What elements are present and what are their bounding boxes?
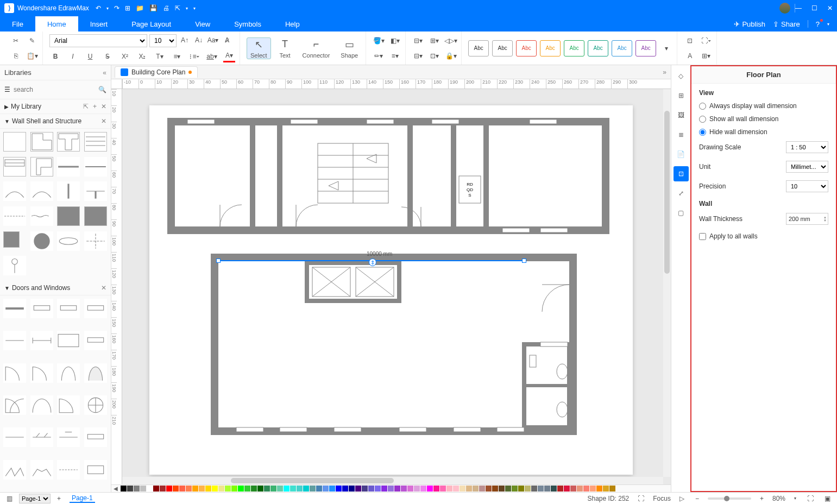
font-family-select[interactable]: Arial — [49, 34, 147, 47]
color-swatch[interactable] — [244, 486, 250, 492]
scrollbar-vertical[interactable] — [663, 89, 671, 477]
color-swatch[interactable] — [355, 486, 361, 492]
menu-home[interactable]: Home — [35, 16, 78, 32]
tool-floorplan-icon[interactable]: ⊡ — [674, 166, 689, 181]
shape-item[interactable] — [84, 363, 107, 383]
fit-page-icon[interactable]: ▣ — [822, 495, 833, 502]
lock-icon[interactable]: 🔒▾ — [445, 50, 457, 62]
color-swatch[interactable] — [310, 486, 316, 492]
shape-item[interactable] — [57, 181, 80, 201]
shape-item[interactable] — [84, 206, 107, 226]
color-swatch[interactable] — [270, 486, 276, 492]
color-swatch[interactable] — [577, 486, 583, 492]
menu-help[interactable]: Help — [273, 16, 312, 32]
shape-item[interactable] — [84, 157, 107, 177]
radio-always-display[interactable]: Always display wall dimension — [699, 102, 828, 110]
style-3[interactable]: Abc — [516, 40, 537, 56]
color-swatch[interactable] — [153, 486, 159, 492]
symbol-icon[interactable]: ⊞▾ — [700, 50, 712, 62]
fill-icon[interactable]: 🪣▾ — [373, 35, 385, 47]
superscript-icon[interactable]: X² — [119, 51, 131, 62]
collapse-icon[interactable]: « — [103, 69, 106, 77]
color-swatch[interactable] — [329, 486, 335, 492]
color-swatch[interactable] — [349, 486, 355, 492]
minimize-icon[interactable]: — — [795, 4, 802, 12]
color-swatch[interactable] — [186, 486, 192, 492]
zoom-slider[interactable] — [708, 497, 751, 500]
shape-item[interactable] — [30, 395, 53, 415]
color-swatch[interactable] — [590, 486, 596, 492]
italic-icon[interactable]: I — [67, 51, 79, 62]
style-5[interactable]: Abc — [564, 40, 584, 56]
shape-item[interactable] — [57, 299, 80, 318]
color-swatch[interactable] — [362, 486, 368, 492]
decrease-font-icon[interactable]: A↓ — [193, 34, 205, 46]
zoom-dropdown-icon[interactable]: ▾ — [792, 496, 798, 501]
color-swatch[interactable] — [538, 486, 544, 492]
shape-item[interactable] — [30, 231, 53, 251]
radio-hide[interactable]: Hide wall dimension — [699, 128, 828, 136]
help-dropdown-icon[interactable]: ▾ — [827, 22, 829, 27]
shape-item[interactable] — [3, 132, 26, 152]
shape-item[interactable] — [3, 363, 26, 383]
tool-fill-icon[interactable]: ◇ — [674, 68, 689, 84]
color-swatch[interactable] — [446, 486, 452, 492]
shape-item[interactable] — [30, 181, 53, 201]
color-swatch[interactable] — [173, 486, 179, 492]
tabs-expand-icon[interactable]: » — [658, 68, 671, 76]
color-swatch[interactable] — [433, 486, 439, 492]
color-swatch[interactable] — [199, 486, 205, 492]
style-8[interactable]: Abc — [635, 40, 656, 56]
color-swatch[interactable] — [127, 486, 133, 492]
style-6[interactable]: Abc — [588, 40, 608, 56]
color-swatch[interactable] — [473, 486, 479, 492]
font-size-select[interactable]: 10 — [149, 34, 177, 47]
increase-font-icon[interactable]: A↑ — [179, 34, 191, 46]
color-swatch[interactable] — [381, 486, 387, 492]
focus-icon[interactable]: ⛶ — [635, 495, 646, 502]
doors-close-icon[interactable]: ✕ — [101, 284, 106, 292]
color-swatch[interactable] — [460, 486, 465, 492]
color-swatch[interactable] — [264, 486, 270, 492]
color-swatch[interactable] — [499, 486, 505, 492]
color-swatch[interactable] — [303, 486, 309, 492]
shape-item[interactable] — [30, 460, 53, 480]
color-swatch[interactable] — [277, 486, 283, 492]
color-swatch[interactable] — [531, 486, 537, 492]
shape-item[interactable] — [30, 427, 53, 447]
change-case-icon[interactable]: Aa▾ — [207, 34, 219, 46]
color-swatch[interactable] — [134, 486, 140, 492]
bold-icon[interactable]: B — [49, 51, 61, 62]
color-swatch[interactable] — [603, 486, 609, 492]
close-icon[interactable]: ✕ — [827, 4, 833, 12]
style-7[interactable]: Abc — [612, 40, 632, 56]
mylib-close-icon[interactable]: ✕ — [101, 103, 106, 110]
subscript-icon[interactable]: X₂ — [136, 51, 148, 62]
shape-item[interactable] — [57, 331, 80, 350]
shape-item[interactable] — [3, 427, 26, 447]
shape-item[interactable] — [84, 427, 107, 447]
share-button[interactable]: ⇪Share — [773, 20, 800, 28]
color-swatch[interactable] — [453, 486, 459, 492]
color-swatch[interactable] — [486, 486, 492, 492]
shape-item[interactable] — [30, 299, 53, 318]
library-menu-icon[interactable]: ☰ — [4, 86, 10, 93]
tool-present-icon[interactable]: ▢ — [674, 205, 689, 220]
color-swatch[interactable] — [407, 486, 413, 492]
color-swatch[interactable] — [323, 486, 329, 492]
color-swatch[interactable] — [544, 486, 550, 492]
walls-header[interactable]: ▼Wall Shell and Structure ✕ — [0, 114, 111, 129]
page-tab[interactable]: Page-1 — [70, 494, 95, 503]
color-swatch[interactable] — [166, 486, 172, 492]
shadow-icon[interactable]: ◧▾ — [389, 35, 401, 47]
shape-item[interactable] — [57, 157, 80, 177]
underline-icon[interactable]: U — [84, 51, 96, 62]
walls-close-icon[interactable]: ✕ — [101, 117, 106, 125]
radio-show-all[interactable]: Show all wall dimension — [699, 115, 828, 123]
color-swatch[interactable] — [401, 486, 407, 492]
color-swatch[interactable] — [596, 486, 602, 492]
color-swatch[interactable] — [297, 486, 303, 492]
shape-item[interactable] — [3, 256, 26, 275]
mylib-export-icon[interactable]: ⇱ — [83, 103, 89, 110]
color-swatch[interactable] — [388, 486, 394, 492]
